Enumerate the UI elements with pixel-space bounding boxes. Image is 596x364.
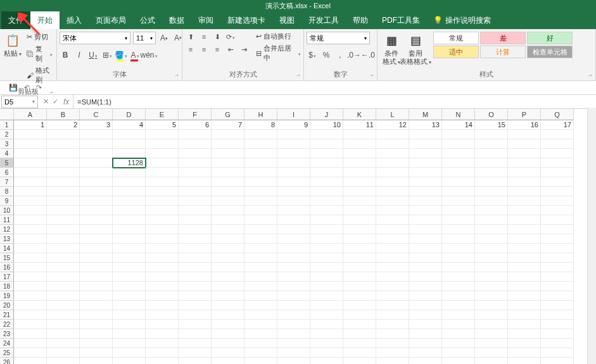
- copy-button[interactable]: ⿻复制: [25, 44, 54, 64]
- bold-button[interactable]: B: [60, 49, 71, 61]
- cell-H20[interactable]: [244, 301, 277, 310]
- cell-N21[interactable]: [442, 310, 475, 320]
- cell-P5[interactable]: [508, 158, 541, 168]
- row-header-10[interactable]: 10: [0, 206, 14, 215]
- cell-J12[interactable]: [310, 225, 343, 234]
- cell-D2[interactable]: [113, 130, 146, 139]
- cell-Q23[interactable]: [541, 329, 574, 339]
- cell-I2[interactable]: [277, 130, 310, 139]
- cell-L19[interactable]: [376, 291, 409, 301]
- cell-B7[interactable]: [47, 177, 80, 187]
- tab-help[interactable]: 帮助: [346, 11, 375, 29]
- tab-insert[interactable]: 插入: [60, 11, 89, 29]
- cell-P25[interactable]: [508, 348, 541, 358]
- cell-O3[interactable]: [475, 139, 508, 149]
- cell-J6[interactable]: [310, 168, 343, 177]
- cell-B17[interactable]: [47, 272, 80, 282]
- tab-review[interactable]: 审阅: [191, 11, 220, 29]
- cell-F17[interactable]: [179, 272, 212, 282]
- cell-F11[interactable]: [179, 215, 212, 225]
- column-header-E[interactable]: E: [146, 109, 179, 120]
- cell-K1[interactable]: 11: [343, 120, 376, 130]
- cell-M23[interactable]: [409, 329, 442, 339]
- cell-P11[interactable]: [508, 215, 541, 225]
- cell-F1[interactable]: 6: [179, 120, 212, 130]
- cell-N7[interactable]: [442, 177, 475, 187]
- cell-M26[interactable]: [409, 358, 442, 364]
- cell-D7[interactable]: [113, 177, 146, 187]
- cell-N24[interactable]: [442, 339, 475, 348]
- cell-K9[interactable]: [343, 196, 376, 206]
- cell-A7[interactable]: [14, 177, 47, 187]
- cell-D16[interactable]: [113, 263, 146, 272]
- cell-A26[interactable]: [14, 358, 47, 364]
- cell-N19[interactable]: [442, 291, 475, 301]
- tab-page-layout[interactable]: 页面布局: [89, 11, 133, 29]
- cell-P9[interactable]: [508, 196, 541, 206]
- cell-O10[interactable]: [475, 206, 508, 215]
- cell-P26[interactable]: [508, 358, 541, 364]
- cell-D17[interactable]: [113, 272, 146, 282]
- cell-L24[interactable]: [376, 339, 409, 348]
- cell-P23[interactable]: [508, 329, 541, 339]
- cell-K23[interactable]: [343, 329, 376, 339]
- cell-B13[interactable]: [47, 234, 80, 244]
- accounting-format-button[interactable]: $: [307, 49, 318, 61]
- row-header-20[interactable]: 20: [0, 301, 14, 310]
- cell-G23[interactable]: [212, 329, 244, 339]
- cell-D22[interactable]: [113, 320, 146, 329]
- cell-M9[interactable]: [409, 196, 442, 206]
- cell-Q19[interactable]: [541, 291, 574, 301]
- row-header-15[interactable]: 15: [0, 253, 14, 263]
- row-header-2[interactable]: 2: [0, 130, 14, 139]
- cell-E5[interactable]: [146, 158, 179, 168]
- italic-button[interactable]: I: [73, 49, 85, 61]
- cell-J22[interactable]: [310, 320, 343, 329]
- cell-N13[interactable]: [442, 234, 475, 244]
- cell-B19[interactable]: [47, 291, 80, 301]
- cell-F8[interactable]: [179, 187, 212, 196]
- cell-A18[interactable]: [14, 282, 47, 291]
- cell-G11[interactable]: [212, 215, 244, 225]
- cell-C20[interactable]: [80, 301, 113, 310]
- cell-O21[interactable]: [475, 310, 508, 320]
- cell-H1[interactable]: 8: [244, 120, 277, 130]
- row-header-22[interactable]: 22: [0, 320, 14, 329]
- cell-N25[interactable]: [442, 348, 475, 358]
- cell-H19[interactable]: [244, 291, 277, 301]
- row-header-23[interactable]: 23: [0, 329, 14, 339]
- cell-A3[interactable]: [14, 139, 47, 149]
- cell-L7[interactable]: [376, 177, 409, 187]
- cell-L20[interactable]: [376, 301, 409, 310]
- cell-B12[interactable]: [47, 225, 80, 234]
- column-header-L[interactable]: L: [376, 109, 409, 120]
- cell-O24[interactable]: [475, 339, 508, 348]
- cell-M12[interactable]: [409, 225, 442, 234]
- cell-I22[interactable]: [277, 320, 310, 329]
- cell-C21[interactable]: [80, 310, 113, 320]
- cell-H2[interactable]: [244, 130, 277, 139]
- cell-K17[interactable]: [343, 272, 376, 282]
- cell-K3[interactable]: [343, 139, 376, 149]
- cell-E9[interactable]: [146, 196, 179, 206]
- cell-F24[interactable]: [179, 339, 212, 348]
- cell-J7[interactable]: [310, 177, 343, 187]
- cell-K19[interactable]: [343, 291, 376, 301]
- cell-M20[interactable]: [409, 301, 442, 310]
- cell-I16[interactable]: [277, 263, 310, 272]
- cell-C16[interactable]: [80, 263, 113, 272]
- cell-O11[interactable]: [475, 215, 508, 225]
- cell-P21[interactable]: [508, 310, 541, 320]
- cell-L26[interactable]: [376, 358, 409, 364]
- cell-K11[interactable]: [343, 215, 376, 225]
- cell-D23[interactable]: [113, 329, 146, 339]
- cell-E3[interactable]: [146, 139, 179, 149]
- cell-Q17[interactable]: [541, 272, 574, 282]
- cell-H10[interactable]: [244, 206, 277, 215]
- cell-A23[interactable]: [14, 329, 47, 339]
- cell-N2[interactable]: [442, 130, 475, 139]
- cell-I8[interactable]: [277, 187, 310, 196]
- cell-K2[interactable]: [343, 130, 376, 139]
- align-center-button[interactable]: ≡: [198, 44, 210, 54]
- cell-C17[interactable]: [80, 272, 113, 282]
